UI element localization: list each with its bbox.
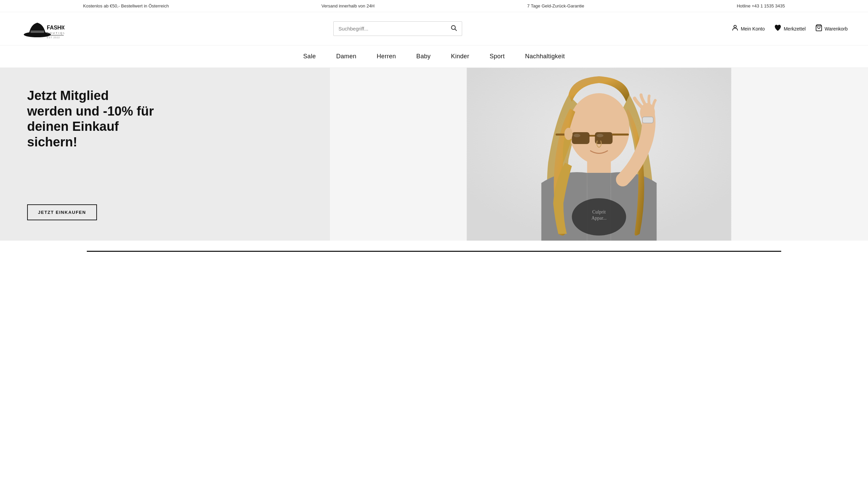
cart-icon <box>815 24 823 33</box>
main-nav: Sale Damen Herren Baby Kinder Sport Nach… <box>0 45 868 68</box>
merkzettel-label: Merkzettel <box>784 26 806 32</box>
svg-rect-22 <box>595 132 612 144</box>
hero-image: Culprit Appar... <box>330 68 868 241</box>
svg-line-7 <box>455 29 456 30</box>
nav-item-baby[interactable]: Baby <box>416 53 431 60</box>
nav-item-sale[interactable]: Sale <box>303 53 316 60</box>
person-icon <box>731 24 739 33</box>
svg-rect-1 <box>31 30 44 33</box>
hero-right: Culprit Appar... <box>330 68 868 241</box>
mein-konto-button[interactable]: Mein Konto <box>731 24 765 33</box>
nav-item-nachhaltigkeit[interactable]: Nachhaltigkeit <box>525 53 565 60</box>
nav-item-damen[interactable]: Damen <box>336 53 357 60</box>
svg-text:Appar...: Appar... <box>591 216 607 221</box>
topbar-item-guarantee: 7 Tage Geld-Zurück-Garantie <box>527 3 584 8</box>
topbar-item-hotline: Hotline +43 1 1535 3435 <box>737 3 785 8</box>
svg-point-26 <box>596 134 603 137</box>
warenkorb-label: Warenkorb <box>825 26 848 32</box>
site-header: FASHION BOUTIQUE EST 2022 Mein Konto <box>0 12 868 45</box>
mein-konto-label: Mein Konto <box>741 26 765 32</box>
svg-rect-19 <box>642 117 653 123</box>
svg-point-27 <box>564 128 572 140</box>
hero-headline: Jetzt Mitglied werden und -10% für deine… <box>27 88 156 150</box>
svg-point-8 <box>734 25 736 28</box>
svg-text:BOUTIQUE: BOUTIQUE <box>47 32 64 35</box>
bottom-divider <box>87 251 781 252</box>
svg-text:FASHION: FASHION <box>47 25 64 30</box>
merkzettel-button[interactable]: Merkzettel <box>774 24 806 33</box>
warenkorb-button[interactable]: Warenkorb <box>815 24 848 33</box>
hero-cta-button[interactable]: JETZT EINKAUFEN <box>27 204 97 220</box>
logo[interactable]: FASHION BOUTIQUE EST 2022 <box>20 18 64 40</box>
hero-section: Jetzt Mitglied werden und -10% für deine… <box>0 68 868 241</box>
svg-text:EST 2022: EST 2022 <box>47 36 60 39</box>
nav-item-sport[interactable]: Sport <box>490 53 505 60</box>
header-actions: Mein Konto Merkzettel Warenkorb <box>731 24 848 33</box>
heart-icon <box>774 24 782 33</box>
nav-item-herren[interactable]: Herren <box>377 53 396 60</box>
nav-item-kinder[interactable]: Kinder <box>451 53 469 60</box>
svg-text:Culprit: Culprit <box>592 209 606 215</box>
topbar-item-delivery: Versand innerhalb von 24H <box>321 3 375 8</box>
topbar-item-shipping-min: Kostenlos ab €50,- Bestellwert in Österr… <box>83 3 169 8</box>
svg-point-25 <box>573 134 580 137</box>
search-input[interactable] <box>338 26 450 32</box>
search-bar[interactable] <box>333 21 462 36</box>
svg-rect-24 <box>612 134 629 136</box>
svg-point-6 <box>452 25 456 29</box>
top-bar: Kostenlos ab €50,- Bestellwert in Österr… <box>0 0 868 12</box>
logo-svg: FASHION BOUTIQUE EST 2022 <box>20 18 64 40</box>
hero-left: Jetzt Mitglied werden und -10% für deine… <box>0 68 330 241</box>
svg-rect-20 <box>589 135 595 137</box>
search-icon <box>450 24 457 31</box>
search-button[interactable] <box>450 24 457 33</box>
svg-rect-21 <box>572 132 589 144</box>
